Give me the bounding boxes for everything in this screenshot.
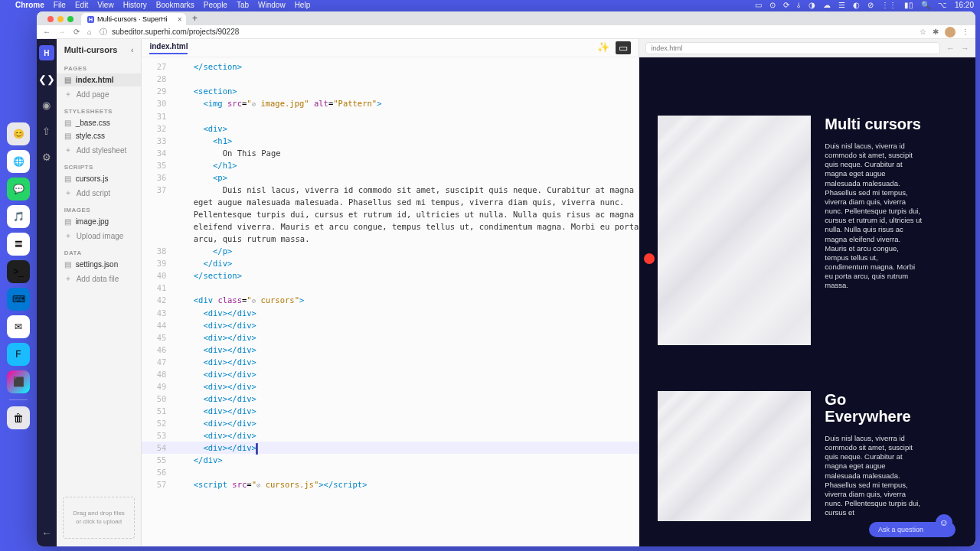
code-line[interactable]: 49 <div></div> xyxy=(142,380,639,393)
menubar-item[interactable]: History xyxy=(123,1,147,9)
code-content[interactable]: Pellentesque turpis dui, cursus et rutru… xyxy=(174,208,639,220)
add-page-button[interactable]: ＋ Add page xyxy=(57,86,142,102)
code-content[interactable]: <div></div> xyxy=(174,331,639,344)
code-content[interactable]: arcu, quis rutrum massa. xyxy=(174,233,639,245)
code-line[interactable]: 51 <div></div> xyxy=(142,405,639,417)
extensions-icon[interactable]: ✱ xyxy=(933,28,939,36)
file-item-data[interactable]: ▤ settings.json xyxy=(57,258,142,271)
code-content[interactable]: </section> xyxy=(174,60,639,73)
menubar-app[interactable]: Chrome xyxy=(15,1,44,9)
code-content[interactable]: <img src="⊘ image.jpg" alt="Pattern"> xyxy=(174,97,639,110)
menubar-status-icon[interactable]: ⊘ xyxy=(867,1,874,9)
code-content[interactable] xyxy=(174,466,639,478)
layout-toggle-icon[interactable]: ▭ xyxy=(616,41,631,54)
code-content[interactable]: eleifend viverra. Mauris et arcu congue,… xyxy=(174,220,639,233)
code-content[interactable]: <div></div> xyxy=(174,368,639,380)
code-content[interactable]: <script src="⊘ cursors.js"></script> xyxy=(174,478,639,491)
file-item-stylesheet[interactable]: ▤ style.css xyxy=(57,129,142,142)
dock-app-icon[interactable]: F xyxy=(7,343,30,366)
code-line[interactable]: 50 <div></div> xyxy=(142,393,639,405)
bookmark-icon[interactable]: ☆ xyxy=(920,28,926,36)
code-content[interactable]: <div> xyxy=(174,122,639,135)
home-button[interactable]: ⌂ xyxy=(87,28,92,36)
upload-image-button[interactable]: ＋ Upload image xyxy=(57,228,142,243)
code-content[interactable]: <h1> xyxy=(174,135,639,147)
trash-icon[interactable]: 🗑 xyxy=(7,406,30,429)
dock-app-icon[interactable]: ⬛ xyxy=(7,370,30,393)
back-button[interactable]: ← xyxy=(43,28,51,36)
code-line[interactable]: 34 On This Page xyxy=(142,147,639,159)
add-script-button[interactable]: ＋ Add script xyxy=(57,185,142,201)
code-line[interactable]: 42 <div class="⊘ cursors"> xyxy=(142,294,639,307)
code-line[interactable]: eget augue malesuada malesuada. Phasellu… xyxy=(142,196,639,208)
menubar-status-icon[interactable]: ▭ xyxy=(755,1,762,9)
code-content[interactable] xyxy=(174,110,639,122)
code-content[interactable]: </section> xyxy=(174,269,639,282)
collapse-sidebar-icon[interactable]: ‹ xyxy=(131,46,133,54)
dock-app-icon[interactable]: 𝌆 xyxy=(7,233,30,256)
code-content[interactable] xyxy=(174,73,639,85)
tab-close-icon[interactable]: × xyxy=(178,15,182,24)
maximize-window-button[interactable] xyxy=(67,16,74,22)
code-content[interactable]: <div class="⊘ cursors"> xyxy=(174,294,639,307)
code-line[interactable]: 39 </div> xyxy=(142,257,639,269)
magic-wand-icon[interactable]: ✨ xyxy=(597,41,609,54)
code-line[interactable]: 52 <div></div> xyxy=(142,417,639,429)
preview-content[interactable]: Multi cursors Duis nisl lacus, viverra i… xyxy=(639,57,975,546)
menubar-time[interactable]: 16:20 xyxy=(955,1,974,9)
code-line[interactable]: 31 xyxy=(142,110,639,122)
code-content[interactable]: <div></div> xyxy=(174,380,639,393)
chrome-menu-icon[interactable]: ⋮ xyxy=(962,28,969,36)
code-line[interactable]: 36 <p> xyxy=(142,171,639,184)
code-content[interactable]: <div></div> xyxy=(174,319,639,331)
code-line[interactable]: 35 </h1> xyxy=(142,159,639,171)
code-line[interactable]: 54 <div></div> xyxy=(142,442,639,454)
dock-app-icon[interactable]: 🎵 xyxy=(7,205,30,228)
code-editor[interactable]: 27 </section>28 29 <section>30 <img src=… xyxy=(142,57,639,546)
code-content[interactable]: </div> xyxy=(174,454,639,466)
code-line[interactable]: 37 Duis nisl lacus, viverra id commodo s… xyxy=(142,184,639,196)
code-line[interactable]: 45 <div></div> xyxy=(142,331,639,344)
settings-gear-icon[interactable]: ⚙ xyxy=(39,149,54,165)
eye-preview-icon[interactable]: ◉ xyxy=(39,97,54,112)
code-line[interactable]: 43 <div></div> xyxy=(142,307,639,319)
forward-button[interactable]: → xyxy=(58,28,66,36)
code-content[interactable]: <section> xyxy=(174,85,639,97)
close-window-button[interactable] xyxy=(47,16,54,22)
menubar-control-icon[interactable]: ⌥ xyxy=(938,1,947,9)
code-line[interactable]: 28 xyxy=(142,73,639,85)
code-content[interactable]: <div></div> xyxy=(174,429,639,442)
add-stylesheet-button[interactable]: ＋ Add stylesheet xyxy=(57,142,142,158)
code-content[interactable]: <div></div> xyxy=(174,442,639,454)
dock-app-icon[interactable]: 😊 xyxy=(7,122,30,145)
menubar-wifi-icon[interactable]: ⋮⋮ xyxy=(881,1,897,9)
code-line[interactable]: 41 xyxy=(142,282,639,294)
code-line[interactable]: 32 <div> xyxy=(142,122,639,135)
menubar-status-icon[interactable]: ☁ xyxy=(823,1,831,9)
menubar-item[interactable]: Help xyxy=(295,1,311,9)
dock-app-icon[interactable]: 💬 xyxy=(7,178,30,201)
code-line[interactable]: 38 </p> xyxy=(142,245,639,257)
code-line[interactable]: 53 <div></div> xyxy=(142,429,639,442)
code-line[interactable]: 55 </div> xyxy=(142,454,639,466)
code-line[interactable]: 57 <script src="⊘ cursors.js"></script> xyxy=(142,478,639,491)
profile-avatar[interactable] xyxy=(945,27,956,37)
dropzone[interactable]: Drag and drop files or click to upload xyxy=(63,497,136,539)
menubar-status-icon[interactable]: ⟳ xyxy=(783,1,789,9)
code-line[interactable]: 48 <div></div> xyxy=(142,368,639,380)
code-content[interactable] xyxy=(174,282,639,294)
active-file-tab[interactable]: index.html xyxy=(149,42,188,54)
menubar-item[interactable]: Bookmarks xyxy=(156,1,194,9)
code-line[interactable]: 30 <img src="⊘ image.jpg" alt="Pattern"> xyxy=(142,97,639,110)
code-line[interactable]: 46 <div></div> xyxy=(142,344,639,356)
preview-back-icon[interactable]: ← xyxy=(946,44,955,53)
menubar-status-icon[interactable]: ◑ xyxy=(808,1,815,9)
file-item-image[interactable]: ▤ image.jpg xyxy=(57,215,142,228)
browser-tab[interactable]: H Multi-cursors · SuperHi × xyxy=(81,13,186,25)
code-content[interactable]: eget augue malesuada malesuada. Phasellu… xyxy=(174,196,639,208)
code-line[interactable]: 29 <section> xyxy=(142,85,639,97)
menubar-item[interactable]: View xyxy=(97,1,114,9)
menubar-search-icon[interactable]: 🔍 xyxy=(921,1,930,9)
menubar-item[interactable]: Tab xyxy=(237,1,249,9)
code-view-icon[interactable]: ❮❯ xyxy=(39,71,54,86)
